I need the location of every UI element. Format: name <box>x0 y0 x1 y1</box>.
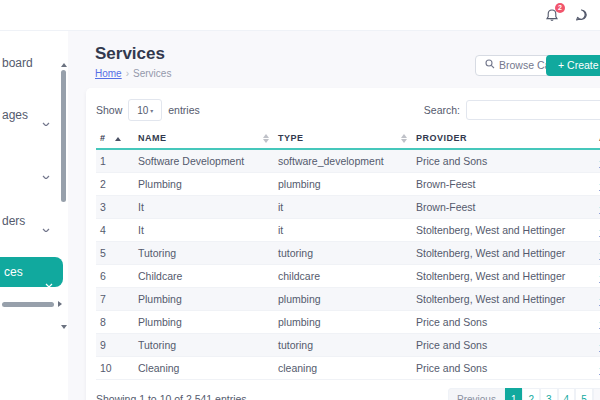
cell-name: It <box>134 196 274 219</box>
topbar: 2 <box>0 0 600 31</box>
column-header-provider[interactable]: PROVIDER <box>412 128 595 149</box>
cell-number: 8 <box>96 311 134 334</box>
cell-number: 5 <box>96 242 134 265</box>
pagination-page-button[interactable]: 2 <box>522 388 540 400</box>
chevron-down-icon <box>42 165 50 179</box>
cell-actions <box>595 334 600 357</box>
cell-type: tutoring <box>274 242 412 265</box>
cell-number: 4 <box>96 219 134 242</box>
cell-type: plumbing <box>274 311 412 334</box>
table-row: 10 Cleaning cleaning Price and Sons <box>96 357 600 380</box>
breadcrumb-home-link[interactable]: Home <box>95 68 122 79</box>
cell-provider: Brown-Feest <box>412 196 595 219</box>
pagination-page-button[interactable]: 3 <box>540 388 558 400</box>
cell-type: plumbing <box>274 173 412 196</box>
cell-number: 2 <box>96 173 134 196</box>
column-header-number[interactable]: # <box>96 128 134 149</box>
sidebar-item-label: ders <box>2 214 25 228</box>
breadcrumb-separator: › <box>126 68 129 79</box>
table-row: 2 Plumbing plumbing Brown-Feest <box>96 173 600 196</box>
cell-name: Cleaning <box>134 357 274 380</box>
cell-name: Childcare <box>134 265 274 288</box>
notifications-button[interactable]: 2 <box>545 8 560 23</box>
chat-bubble-icon <box>575 8 590 22</box>
cell-provider: Stoltenberg, West and Hettinger <box>412 242 595 265</box>
cell-number: 3 <box>96 196 134 219</box>
cell-name: It <box>134 219 274 242</box>
cell-provider: Price and Sons <box>412 357 595 380</box>
scrollbar-thumb[interactable] <box>61 70 66 202</box>
create-service-button[interactable]: + Create Service <box>546 55 600 76</box>
cell-type: tutoring <box>274 334 412 357</box>
cell-actions <box>595 265 600 288</box>
cell-provider: Stoltenberg, West and Hettinger <box>412 219 595 242</box>
sidebar-horizontal-scrollbar[interactable] <box>2 302 54 307</box>
cell-actions <box>595 196 600 219</box>
pagination-page-button[interactable]: 5 <box>575 388 593 400</box>
scrollbar-down-arrow[interactable] <box>61 325 67 329</box>
cell-provider: Price and Sons <box>412 149 595 173</box>
pagination-page-button[interactable]: 1 <box>505 388 523 400</box>
sidebar-item-label: ages <box>2 108 28 122</box>
cell-name: Plumbing <box>134 288 274 311</box>
sort-icons <box>401 134 407 143</box>
sidebar-item-orders[interactable]: ders <box>0 210 58 232</box>
table-footer: Showing 1 to 10 of 2,541 entries Previou… <box>96 388 600 400</box>
cell-provider: Brown-Feest <box>412 173 595 196</box>
sort-ascending-icon <box>115 137 121 141</box>
breadcrumb: Home›Services <box>95 68 171 79</box>
cell-type: software_development <box>274 149 412 173</box>
pagination-page-button: ... <box>593 388 600 400</box>
pagination: Previous12345...255 <box>448 388 600 400</box>
sidebar: board ages ders ces <box>0 30 68 400</box>
sidebar-item-label: board <box>2 56 33 70</box>
pagination-previous-button[interactable]: Previous <box>448 388 505 400</box>
cell-type: childcare <box>274 265 412 288</box>
sort-icons <box>263 134 269 143</box>
search-icon <box>485 55 495 76</box>
cell-actions <box>595 357 600 380</box>
page-title: Services <box>95 44 165 64</box>
cell-provider: Price and Sons <box>412 334 595 357</box>
table-row: 8 Plumbing plumbing Price and Sons <box>96 311 600 334</box>
column-header-type[interactable]: TYPE <box>274 128 412 149</box>
table-header-row: # NAME TYPE PROVIDER ACTIONS <box>96 128 600 149</box>
column-header-actions: ACTIONS <box>595 128 600 149</box>
show-label: Show <box>96 104 122 116</box>
sidebar-vertical-scrollbar[interactable] <box>61 62 67 330</box>
pagination-page-button[interactable]: 4 <box>558 388 576 400</box>
cell-number: 1 <box>96 149 134 173</box>
main-content: Services Home›Services Browse Catalog + … <box>68 30 600 400</box>
column-header-name[interactable]: NAME <box>134 128 274 149</box>
cell-number: 10 <box>96 357 134 380</box>
table-row: 5 Tutoring tutoring Stoltenberg, West an… <box>96 242 600 265</box>
cell-name: Tutoring <box>134 242 274 265</box>
sidebar-item-dashboard[interactable]: board <box>0 52 58 74</box>
page-length-select[interactable]: 10 ▾ <box>128 99 162 121</box>
sidebar-item-services[interactable]: ces <box>0 257 63 287</box>
sidebar-item-3[interactable] <box>0 157 58 179</box>
search-label: Search: <box>424 104 460 116</box>
entries-label: entries <box>168 104 200 116</box>
sidebar-item-pages[interactable]: ages <box>0 104 58 126</box>
chevron-down-icon <box>42 112 50 126</box>
table-row: 4 It it Stoltenberg, West and Hettinger <box>96 219 600 242</box>
table-row: 6 Childcare childcare Stoltenberg, West … <box>96 265 600 288</box>
cell-type: cleaning <box>274 357 412 380</box>
cell-name: Tutoring <box>134 334 274 357</box>
cell-actions <box>595 288 600 311</box>
cell-number: 7 <box>96 288 134 311</box>
chevron-down-icon <box>42 218 50 232</box>
cell-number: 6 <box>96 265 134 288</box>
cell-actions <box>595 311 600 334</box>
table-row: 9 Tutoring tutoring Price and Sons <box>96 334 600 357</box>
caret-down-icon: ▾ <box>150 107 153 114</box>
cell-provider: Stoltenberg, West and Hettinger <box>412 288 595 311</box>
page-length-value: 10 <box>137 105 148 116</box>
breadcrumb-current: Services <box>133 68 171 79</box>
cell-actions <box>595 242 600 265</box>
scrollbar-right-arrow[interactable] <box>58 301 62 307</box>
notification-badge: 2 <box>555 3 565 13</box>
search-input[interactable] <box>466 100 600 120</box>
chat-button[interactable] <box>575 8 590 23</box>
